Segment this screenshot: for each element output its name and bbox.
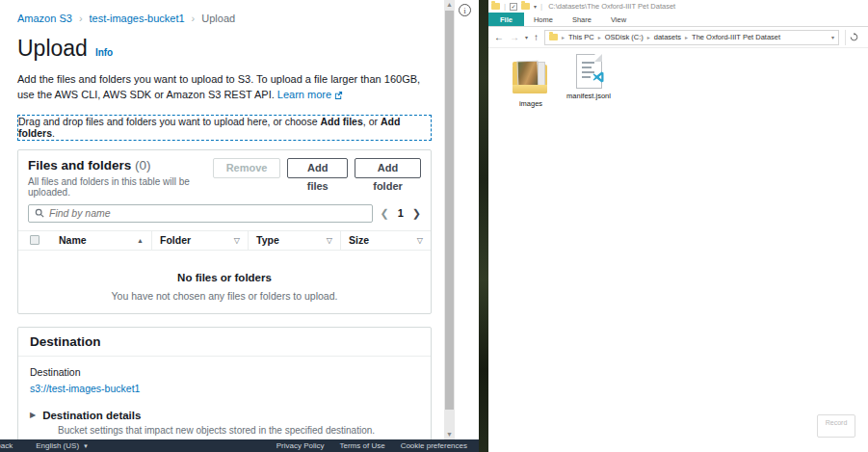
add-folder-button[interactable]: Add folder bbox=[355, 158, 421, 178]
terms-of-use-link[interactable]: Terms of Use bbox=[340, 441, 385, 450]
scroll-down-icon[interactable]: ▼ bbox=[444, 430, 455, 439]
sort-icon[interactable]: ▽ bbox=[327, 236, 332, 245]
breadcrumb: Amazon S3 › test-images-bucket1 › Upload bbox=[17, 13, 432, 24]
tab-file[interactable]: File bbox=[488, 13, 524, 26]
folder-icon bbox=[549, 34, 558, 40]
divider: | bbox=[504, 2, 506, 11]
sort-ascending-icon[interactable]: ▲ bbox=[137, 237, 144, 244]
explorer-titlebar: | ✓ ▾ | C:\datasets\The Oxford-IIIT Pet … bbox=[488, 0, 868, 13]
destination-panel-title: Destination bbox=[18, 328, 431, 357]
refresh-icon[interactable] bbox=[845, 30, 862, 45]
privacy-policy-link[interactable]: Privacy Policy bbox=[276, 441, 325, 450]
destination-details-description: Bucket settings that impact new objects … bbox=[58, 425, 419, 436]
window-title: C:\datasets\The Oxford-IIIT Pet Dataset bbox=[548, 2, 675, 11]
pagination: ❮ 1 ❯ bbox=[380, 207, 421, 220]
file-item-manifest[interactable]: manifest.jsonl bbox=[558, 54, 619, 100]
column-header-name[interactable]: Name ▲ bbox=[51, 231, 151, 250]
page-number[interactable]: 1 bbox=[398, 207, 404, 219]
breadcrumb-amazon-s3[interactable]: Amazon S3 bbox=[17, 13, 72, 24]
info-link[interactable]: Info bbox=[95, 47, 113, 58]
images-folder-icon bbox=[511, 54, 551, 96]
vscode-icon bbox=[592, 69, 604, 87]
empty-state: No files or folders You have not chosen … bbox=[18, 251, 431, 302]
empty-state-title: No files or folders bbox=[18, 272, 431, 283]
jsonl-file-icon bbox=[576, 54, 602, 89]
explorer-content[interactable]: images manifest.jsonl Record bbox=[488, 48, 868, 432]
files-and-folders-panel: Files and folders (0) All files and fold… bbox=[17, 149, 432, 314]
file-explorer-window: | ✓ ▾ | C:\datasets\The Oxford-IIIT Pet … bbox=[488, 0, 868, 452]
expand-arrow-icon: ▶ bbox=[30, 411, 36, 419]
recent-locations-icon[interactable]: ▾ bbox=[525, 34, 528, 40]
address-bar[interactable]: ▸ This PC ▸ OSDisk (C:) ▸ datasets ▸ The… bbox=[544, 30, 839, 45]
previous-page-icon[interactable]: ❮ bbox=[380, 207, 388, 220]
address-osdisk[interactable]: OSDisk (C:) bbox=[605, 33, 644, 41]
forward-icon[interactable]: → bbox=[510, 33, 519, 42]
breadcrumb-separator: › bbox=[79, 13, 83, 24]
browser-scrollbar[interactable]: ▲ ▼ bbox=[444, 0, 455, 439]
item-label: images bbox=[500, 99, 562, 108]
drag-drop-zone[interactable]: Drag and drop files and folders you want… bbox=[17, 115, 432, 141]
aws-console-footer: Feedback English (US) ▼ Privacy Policy T… bbox=[0, 439, 479, 452]
column-header-folder[interactable]: Folder ▽ bbox=[151, 231, 248, 250]
empty-state-subtitle: You have not chosen any files or folders… bbox=[18, 290, 431, 302]
scroll-up-icon[interactable]: ▲ bbox=[444, 0, 455, 10]
aws-console-window: Amazon S3 › test-images-bucket1 › Upload… bbox=[0, 0, 479, 452]
column-header-size[interactable]: Size ▽ bbox=[340, 231, 431, 250]
scrollbar-thumb[interactable] bbox=[445, 11, 454, 410]
divider: | bbox=[540, 2, 542, 11]
address-dropdown-icon[interactable]: ▾ bbox=[831, 34, 834, 40]
tab-view[interactable]: View bbox=[601, 13, 636, 26]
quick-access-check-icon[interactable]: ✓ bbox=[510, 3, 517, 11]
chevron-right-icon: ▸ bbox=[598, 34, 601, 40]
destination-label: Destination bbox=[30, 366, 419, 378]
back-icon[interactable]: ← bbox=[494, 33, 504, 42]
files-panel-subtitle: All files and folders in this table will… bbox=[28, 176, 213, 198]
record-button[interactable]: Record bbox=[817, 414, 855, 438]
search-box[interactable] bbox=[28, 204, 373, 223]
find-by-name-input[interactable] bbox=[49, 207, 366, 219]
sort-icon[interactable]: ▽ bbox=[417, 236, 423, 245]
column-header-type[interactable]: Type ▽ bbox=[248, 231, 340, 250]
explorer-navbar: ← → ▾ ↑ ▸ This PC ▸ OSDisk (C:) ▸ datase… bbox=[488, 27, 868, 48]
chevron-right-icon: ▸ bbox=[647, 34, 650, 40]
page-title: Upload bbox=[17, 36, 88, 62]
destination-details-toggle[interactable]: ▶ Destination details bbox=[30, 410, 419, 421]
next-page-icon[interactable]: ❯ bbox=[412, 207, 421, 220]
destination-panel: Destination Destination s3://test-images… bbox=[17, 327, 432, 439]
learn-more-link[interactable]: Learn more bbox=[277, 89, 331, 100]
tab-home[interactable]: Home bbox=[524, 13, 563, 26]
aws-upload-page: Amazon S3 › test-images-bucket1 › Upload… bbox=[0, 0, 444, 439]
sort-icon[interactable]: ▽ bbox=[234, 236, 240, 245]
chevron-down-icon: ▼ bbox=[83, 443, 89, 449]
chevron-right-icon: ▸ bbox=[562, 34, 565, 40]
files-count: (0) bbox=[135, 158, 151, 173]
tab-share[interactable]: Share bbox=[563, 13, 601, 26]
search-icon bbox=[35, 204, 44, 222]
page-description: Add the files and folders you want to up… bbox=[17, 72, 426, 104]
table-header: Name ▲ Folder ▽ Type ▽ Size ▽ bbox=[18, 230, 431, 251]
browser-side-gutter: i bbox=[455, 0, 479, 439]
select-all-checkbox[interactable] bbox=[30, 235, 39, 245]
add-files-button[interactable]: Add files bbox=[287, 158, 348, 178]
destination-bucket-link[interactable]: s3://test-images-bucket1 bbox=[30, 383, 140, 394]
ribbon-tabs: File Home Share View bbox=[488, 13, 868, 27]
quick-access-toolbar-dropdown-icon[interactable]: ▾ bbox=[534, 3, 537, 10]
address-current-folder[interactable]: The Oxford-IIIT Pet Dataset bbox=[692, 33, 780, 41]
desktop-background-strip bbox=[479, 0, 488, 452]
address-datasets[interactable]: datasets bbox=[654, 33, 681, 41]
up-icon[interactable]: ↑ bbox=[534, 33, 539, 42]
folder-item-images[interactable]: images bbox=[500, 54, 562, 108]
breadcrumb-bucket[interactable]: test-images-bucket1 bbox=[90, 13, 185, 24]
info-circle-icon[interactable]: i bbox=[459, 4, 471, 16]
address-this-pc[interactable]: This PC bbox=[568, 33, 594, 41]
breadcrumb-separator: › bbox=[192, 13, 196, 24]
folder-icon bbox=[491, 3, 500, 10]
feedback-link[interactable]: Feedback bbox=[0, 441, 13, 450]
folder-icon[interactable] bbox=[521, 3, 530, 10]
breadcrumb-current: Upload bbox=[201, 13, 235, 24]
cookie-preferences-link[interactable]: Cookie preferences bbox=[401, 441, 467, 450]
remove-button[interactable]: Remove bbox=[213, 158, 281, 178]
language-selector[interactable]: English (US) ▼ bbox=[36, 441, 89, 450]
external-link-icon bbox=[334, 89, 343, 104]
item-label: manifest.jsonl bbox=[558, 92, 619, 100]
